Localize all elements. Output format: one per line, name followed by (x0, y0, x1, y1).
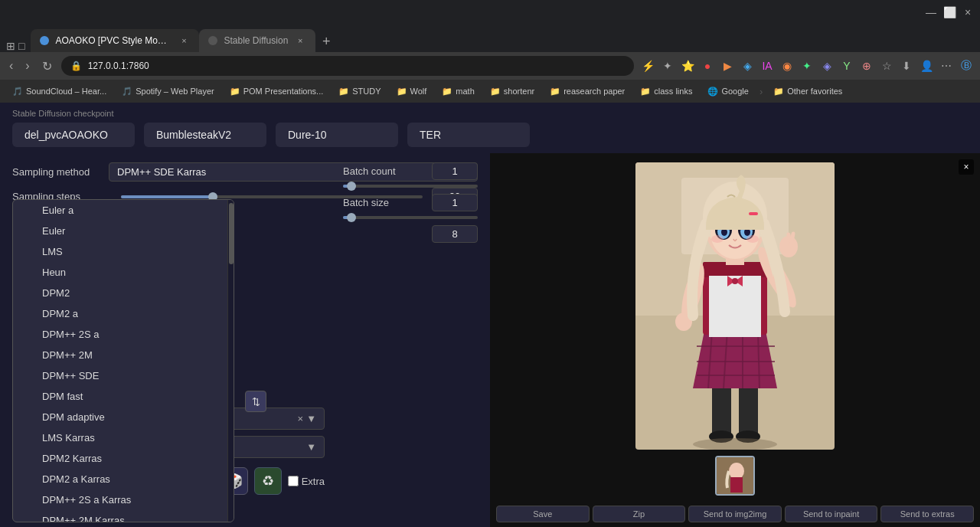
close-btn[interactable]: × (962, 6, 974, 18)
reload-button[interactable]: ↻ (39, 56, 55, 77)
dropdown-item-dpmppsde[interactable]: DPM++ SDE (13, 365, 234, 386)
url-box[interactable]: 🔒 127.0.0.1:7860 (61, 56, 634, 76)
new-tab-button[interactable]: + (315, 31, 337, 52)
cfg-scale-value[interactable]: 8 (432, 225, 478, 243)
bookmark-soundcloud[interactable]: 🎵 SoundCloud – Hear... (6, 85, 113, 98)
forward-button[interactable]: › (22, 56, 32, 76)
batch-size-slider[interactable] (343, 216, 478, 219)
batch-size-thumb[interactable] (347, 213, 356, 222)
dropdown-item-euler-a[interactable]: Euler a (13, 200, 234, 221)
extension-icon-5[interactable]: ▶ (720, 58, 735, 74)
bookmark-study[interactable]: 📁 STUDY (332, 85, 387, 98)
dropdown-item-dpmpp2mkarras[interactable]: DPM++ 2M Karras (13, 510, 234, 522)
save-button[interactable]: Save (496, 506, 590, 522)
bookmark-google[interactable]: 🌐 Google (701, 85, 754, 98)
dropdown-item-heun[interactable]: Heun (13, 262, 234, 283)
dropdown-item-dpm2a[interactable]: DPM2 a (13, 303, 234, 324)
model-card-bumble[interactable]: BumblesteakV2 (144, 123, 266, 147)
bookmark-spotify[interactable]: 🎵 Spotify – Web Player (116, 85, 220, 98)
dropdown-scroll[interactable]: Euler a Euler LMS Heun (13, 200, 234, 522)
extra-dropdown-expand[interactable]: ▼ (306, 441, 316, 453)
extra-checkbox[interactable] (288, 476, 299, 486)
model-card-ter[interactable]: TER (407, 123, 530, 147)
dropdown-item-dpm2akarras[interactable]: DPM2 a Karras (13, 469, 234, 489)
tab-grid-icon[interactable]: ⊞ (6, 40, 15, 52)
profile-icon[interactable]: 👤 (919, 58, 934, 74)
generated-image (635, 162, 835, 450)
dropdown-item-dpmadaptive[interactable]: DPM adaptive (13, 407, 234, 427)
send-to-img2img-button[interactable]: Send to img2img (688, 506, 782, 522)
extension-icon-9[interactable]: ✦ (799, 58, 815, 74)
zip-button[interactable]: Zip (593, 506, 686, 522)
extension-icon-7[interactable]: IA (760, 58, 775, 74)
bookmark-math[interactable]: 📁 math (436, 85, 480, 98)
maximize-btn[interactable]: ⬜ (943, 6, 956, 18)
bookmark-other[interactable]: 📁 Other favorites (767, 85, 848, 98)
recycle-button[interactable]: ♻ (254, 467, 282, 495)
extension-icon-4[interactable]: ● (700, 58, 715, 74)
bookmark-wolf[interactable]: 📁 Wolf (390, 85, 433, 98)
bookmark-pom[interactable]: 📁 POM Presentations... (224, 85, 330, 98)
title-bar: — ⬜ × (0, 0, 980, 25)
seed-expand-icon[interactable]: ▼ (306, 413, 316, 424)
batch-count-slider[interactable] (343, 185, 478, 188)
batch-count-row: Batch count 1 (343, 162, 478, 180)
dropdown-scrollbar[interactable] (227, 200, 234, 522)
dropdown-item-lmskarras[interactable]: LMS Karras (13, 427, 234, 448)
extension-icon-11[interactable]: Y (839, 58, 854, 74)
bookmark-shortenr[interactable]: 📁 shortenr (484, 85, 541, 98)
edge-icon[interactable]: Ⓑ (959, 58, 974, 74)
model-card-del[interactable]: del_pvcAOAOKO (12, 123, 135, 147)
dropdown-item-lms[interactable]: LMS (13, 241, 234, 262)
batch-count-label: Batch count (343, 165, 426, 177)
thumbnail-1[interactable] (715, 456, 755, 496)
tab-aoaoko[interactable]: AOAOKO [PVC Style Model] - Pv... × (31, 29, 199, 52)
dropdown-item-dpmpp2sa[interactable]: DPM++ 2S a (13, 324, 234, 345)
dropdown-item-euler[interactable]: Euler (13, 221, 234, 241)
dropdown-item-dpmpp2sakarras[interactable]: DPM++ 2S a Karras (13, 489, 234, 510)
batch-size-label: Batch size (343, 197, 426, 208)
model-card-dure[interactable]: Dure-10 (276, 123, 398, 147)
swap-icon: ⇅ (252, 396, 260, 408)
extension-icon-8[interactable]: ◉ (779, 58, 795, 74)
download-icon[interactable]: ⬇ (899, 58, 914, 74)
send-to-extras-button[interactable]: Send to extras (880, 506, 974, 522)
extension-icon-3[interactable]: ⭐ (680, 58, 695, 74)
svg-point-39 (711, 235, 724, 243)
dropdown-item-dpm2[interactable]: DPM2 (13, 283, 234, 303)
bookmark-google-label: Google (721, 87, 748, 96)
extension-icon-10[interactable]: ◈ (819, 58, 835, 74)
tab-close-aoaoko[interactable]: × (178, 34, 190, 47)
dropdown-item-dpm2karras[interactable]: DPM2 Karras (13, 448, 234, 469)
seed-close-icon[interactable]: × (298, 413, 304, 424)
extension-icon-1[interactable]: ⚡ (640, 58, 655, 74)
dropdown-item-dpmfast[interactable]: DPM fast (13, 386, 234, 407)
extension-icon-2[interactable]: ✦ (660, 58, 675, 74)
batch-count-value[interactable]: 1 (432, 162, 478, 180)
batch-count-thumb[interactable] (347, 182, 356, 191)
extension-icon-12[interactable]: ⊕ (859, 58, 874, 74)
browser-chrome: — ⬜ × ⊞ □ AOAOKO [PVC Style Model] - Pv.… (0, 0, 980, 103)
tab-stable-diffusion[interactable]: Stable Diffusion × (199, 29, 315, 52)
send-to-inpaint-button[interactable]: Send to inpaint (785, 506, 878, 522)
bookmark-class[interactable]: 📁 class links (634, 85, 698, 98)
swap-dimensions-button[interactable]: ⇅ (245, 391, 266, 412)
star-icon[interactable]: ☆ (879, 58, 894, 74)
steps-slider-fill (121, 195, 211, 198)
back-button[interactable]: ‹ (6, 56, 16, 76)
minimize-btn[interactable]: — (925, 6, 937, 18)
bookmark-study-icon: 📁 (338, 87, 349, 97)
menu-icon[interactable]: ⋯ (939, 58, 954, 74)
tab-close-sd[interactable]: × (294, 34, 306, 47)
bookmark-other-icon: 📁 (773, 87, 784, 97)
tab-new-window-icon[interactable]: □ (18, 40, 24, 52)
generated-image-svg (635, 162, 835, 450)
batch-size-value[interactable]: 1 (432, 194, 478, 211)
bookmark-research[interactable]: 📁 reasearch paper (544, 85, 631, 98)
dropdown-item-dpmpp2m[interactable]: DPM++ 2M (13, 345, 234, 365)
svg-point-44 (729, 463, 744, 480)
image-close-button[interactable]: × (959, 159, 974, 175)
lock-icon: 🔒 (70, 61, 82, 71)
left-panel: Sampling method DPM++ SDE Karras ▼ Sampl… (0, 153, 490, 527)
extension-icon-6[interactable]: ◈ (740, 58, 755, 74)
